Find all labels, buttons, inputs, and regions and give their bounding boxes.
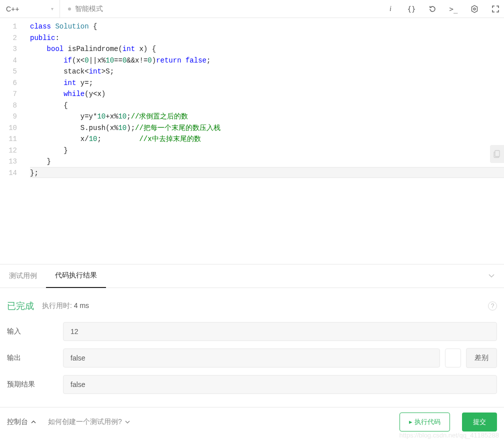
tab-result[interactable]: 代码执行结果 — [46, 264, 106, 288]
reset-icon[interactable] — [428, 4, 437, 14]
svg-marker-0 — [472, 6, 478, 12]
line-gutter: 1234567891011121314 — [0, 18, 22, 264]
chevron-down-icon: ▾ — [51, 6, 54, 12]
run-button[interactable]: ▸ 执行代码 — [400, 412, 450, 432]
tab-testcase[interactable]: 测试用例 — [0, 264, 46, 288]
help-icon[interactable]: ? — [488, 302, 497, 310]
bottom-bar: 控制台 如何创建一个测试用例? ▸ 执行代码 提交 — [0, 407, 504, 436]
help-link[interactable]: 如何创建一个测试用例? — [48, 418, 130, 426]
output-label: 输出 — [7, 354, 63, 362]
copy-icon[interactable] — [490, 145, 504, 163]
info-icon[interactable]: i — [386, 4, 395, 14]
diff-button[interactable]: 差别 — [466, 348, 497, 368]
status-text: 已完成 — [7, 300, 34, 312]
result-row-input: 输入 12 — [7, 322, 497, 341]
result-area: 已完成 执行用时: 4 ms ? 输入 12 输出 false 差别 预期结果 … — [0, 288, 504, 407]
language-selector[interactable]: C++ ▾ — [0, 0, 60, 18]
terminal-icon[interactable]: >_ — [449, 4, 458, 14]
svg-rect-2 — [495, 150, 500, 156]
braces-icon[interactable]: {} — [407, 4, 416, 14]
expected-value: false — [63, 375, 497, 394]
fullscreen-icon[interactable] — [491, 4, 500, 14]
play-icon: ▸ — [409, 418, 412, 426]
mode-text: 智能模式 — [75, 4, 103, 14]
input-label: 输入 — [7, 327, 63, 336]
settings-icon[interactable] — [470, 4, 479, 14]
result-row-output: 输出 false 差别 — [7, 348, 497, 368]
svg-point-1 — [474, 8, 476, 10]
code-editor[interactable]: 1234567891011121314 class Solution {publ… — [0, 18, 504, 264]
editor-toolbar: C++ ▾ 智能模式 i {} >_ — [0, 0, 504, 18]
mode-dot-icon — [68, 8, 71, 10]
expected-label: 预期结果 — [7, 380, 63, 389]
output-value: false — [63, 348, 440, 368]
language-label: C++ — [6, 5, 19, 13]
mode-indicator: 智能模式 — [60, 4, 111, 14]
diff-indicator — [445, 348, 461, 368]
toolbar-actions: i {} >_ — [386, 4, 500, 14]
result-row-expected: 预期结果 false — [7, 375, 497, 394]
chevron-down-icon — [125, 420, 130, 424]
input-value: 12 — [63, 322, 497, 341]
code-content[interactable]: class Solution {public: bool isPalindrom… — [22, 18, 504, 264]
result-header: 已完成 执行用时: 4 ms ? — [7, 300, 497, 312]
result-panel-tabs: 测试用例 代码执行结果 — [0, 264, 504, 288]
console-toggle[interactable]: 控制台 — [7, 418, 36, 426]
chevron-up-icon — [31, 420, 36, 424]
submit-button[interactable]: 提交 — [462, 412, 497, 432]
collapse-panel-icon[interactable] — [479, 272, 504, 280]
runtime-text: 执行用时: 4 ms — [42, 302, 89, 310]
